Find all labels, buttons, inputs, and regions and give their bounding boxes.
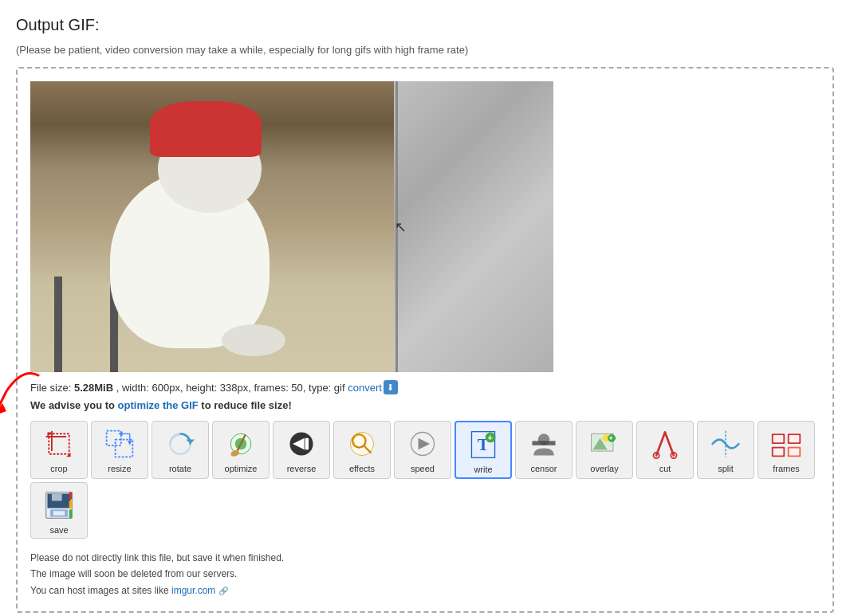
- optimize-note: We advise you to optimize the GIF to red…: [30, 399, 820, 411]
- reverse-icon: [284, 426, 319, 461]
- svg-text:+: +: [487, 433, 492, 442]
- reverse-label: reverse: [287, 464, 317, 473]
- write-label: write: [474, 465, 492, 474]
- split-icon: [708, 426, 743, 461]
- resize-icon: [102, 426, 137, 461]
- tool-optimize[interactable]: optimize: [212, 421, 270, 479]
- download-icon: ⬇: [384, 380, 398, 394]
- tool-write[interactable]: T + write: [455, 421, 512, 479]
- footer-line-2: The image will soon be deleted from our …: [30, 566, 820, 582]
- svg-line-41: [665, 432, 674, 455]
- optimize-label: optimize: [225, 464, 258, 473]
- optimize-post: to reduce file size!: [201, 399, 291, 411]
- svg-line-40: [656, 432, 665, 455]
- tool-cut[interactable]: cut: [636, 421, 694, 479]
- speed-icon: [405, 426, 440, 461]
- cat-paw: [222, 324, 285, 356]
- mouse-cursor: ↖: [395, 218, 407, 236]
- rotate-icon: [163, 426, 198, 461]
- svg-rect-50: [789, 435, 800, 442]
- optimize-icon: [223, 426, 258, 461]
- cat-hat: • • •: [150, 101, 262, 157]
- svg-marker-11: [128, 441, 132, 445]
- censor-label: censor: [530, 464, 557, 473]
- tool-censor[interactable]: censor: [515, 421, 573, 479]
- main-container: • • • ↖ File size: 5.28MiB , width: 600p…: [16, 67, 834, 613]
- split-label: split: [718, 464, 734, 473]
- write-icon: T +: [466, 427, 501, 462]
- footer-notes: Please do not directly link this file, b…: [30, 550, 820, 598]
- tool-effects[interactable]: effects: [333, 421, 391, 479]
- patience-note: (Please be patient, video conversion may…: [16, 44, 834, 56]
- tool-resize[interactable]: resize: [91, 421, 148, 479]
- file-info: File size: 5.28MiB , width: 600px, heigh…: [30, 380, 820, 394]
- svg-rect-6: [107, 431, 121, 445]
- gif-preview: • • • ↖: [30, 81, 553, 372]
- tool-reverse[interactable]: reverse: [273, 421, 330, 479]
- imgur-label: imgur.com: [171, 585, 215, 596]
- frames-label: frames: [773, 464, 800, 473]
- svg-rect-52: [789, 448, 800, 455]
- overlay-label: overlay: [590, 464, 618, 473]
- resize-label: resize: [108, 464, 131, 473]
- svg-marker-10: [118, 432, 122, 436]
- crop-label: crop: [50, 464, 67, 473]
- optimize-gif-link[interactable]: optimize the GIF: [118, 399, 199, 411]
- red-arrow-annotation: [0, 359, 46, 423]
- save-label: save: [49, 525, 68, 535]
- tool-save[interactable]: save: [30, 482, 88, 539]
- svg-rect-49: [773, 435, 784, 442]
- svg-rect-58: [69, 492, 73, 500]
- effects-icon: [344, 426, 380, 461]
- file-details: , width: 600px, height: 338px, frames: 5…: [116, 382, 345, 394]
- convert-label: convert: [348, 382, 382, 394]
- footer-line-3-pre: You can host images at sites like: [30, 585, 171, 596]
- table-legs: [54, 277, 118, 372]
- frames-icon: [769, 426, 804, 461]
- cut-icon: [647, 426, 683, 461]
- page-title: Output GIF:: [16, 16, 834, 34]
- toolbar: crop resize: [30, 421, 820, 539]
- svg-rect-51: [773, 448, 784, 455]
- censor-icon: [526, 426, 561, 461]
- tool-crop[interactable]: crop: [30, 421, 88, 479]
- tool-overlay[interactable]: + overlay: [576, 421, 633, 479]
- svg-rect-19: [305, 438, 309, 450]
- tool-speed[interactable]: speed: [394, 421, 451, 479]
- svg-text:+: +: [608, 434, 612, 442]
- tool-frames[interactable]: frames: [758, 421, 815, 479]
- effects-label: effects: [349, 464, 375, 473]
- convert-link[interactable]: convert ⬇: [348, 380, 398, 394]
- cut-label: cut: [659, 464, 671, 473]
- overlay-icon: +: [587, 426, 622, 461]
- svg-marker-0: [0, 403, 6, 415]
- crop-icon: [41, 426, 77, 461]
- table-leg-1: [54, 277, 62, 372]
- tool-split[interactable]: split: [697, 421, 754, 479]
- svg-rect-59: [69, 501, 73, 508]
- speed-label: speed: [411, 464, 435, 473]
- tool-rotate[interactable]: rotate: [152, 421, 209, 479]
- svg-rect-33: [532, 441, 555, 445]
- fridge-background: [394, 81, 553, 372]
- imgur-link[interactable]: imgur.com 🔗: [171, 585, 228, 596]
- file-size-value: 5.28MiB: [74, 382, 113, 394]
- footer-line-3: You can host images at sites like imgur.…: [30, 583, 820, 598]
- svg-marker-12: [186, 440, 195, 444]
- svg-rect-60: [69, 509, 73, 518]
- rotate-label: rotate: [169, 464, 191, 473]
- svg-rect-57: [53, 511, 65, 515]
- save-icon: [41, 488, 77, 523]
- svg-rect-55: [52, 493, 62, 500]
- footer-line-1: Please do not directly link this file, b…: [30, 550, 820, 566]
- external-link-icon: 🔗: [218, 587, 228, 595]
